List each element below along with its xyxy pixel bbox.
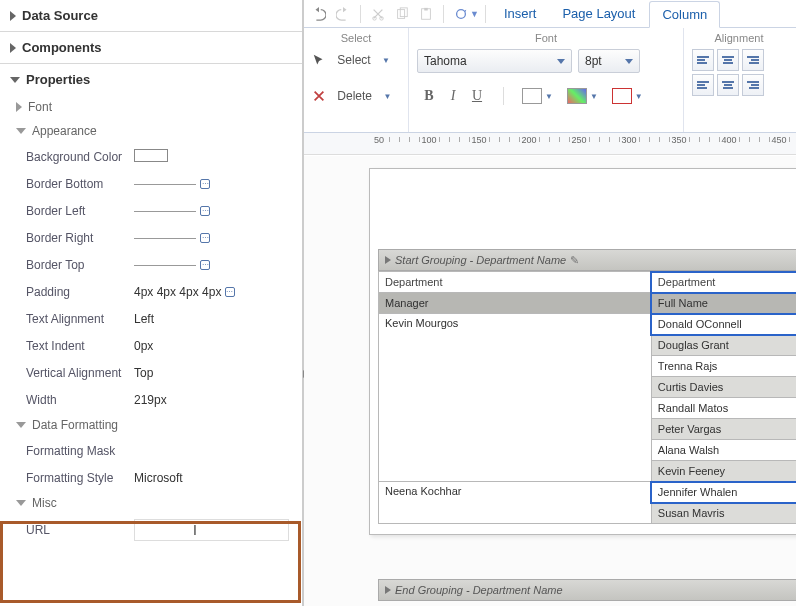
- redo-button[interactable]: [332, 3, 354, 25]
- prop-text-indent[interactable]: Text Indent0px: [0, 332, 302, 359]
- underline-button[interactable]: U: [469, 88, 485, 104]
- edit-icon[interactable]: ⋯: [225, 287, 235, 297]
- line-swatch: [134, 238, 196, 239]
- edit-icon[interactable]: ⋯: [200, 179, 210, 189]
- ribbon-group-title: Alignment: [692, 32, 786, 44]
- prop-text-alignment[interactable]: Text AlignmentLeft: [0, 305, 302, 332]
- header-cell[interactable]: Department: [379, 272, 652, 293]
- group-data-formatting[interactable]: Data Formatting: [0, 413, 302, 437]
- properties-panel: Data Source Components Properties Font A…: [0, 0, 303, 606]
- section-properties: Properties Font Appearance Background Co…: [0, 64, 302, 545]
- prop-width[interactable]: Width219px: [0, 386, 302, 413]
- prop-border-top[interactable]: Border Top⋯: [0, 251, 302, 278]
- section-properties-header[interactable]: Properties: [0, 64, 302, 95]
- chevron-down-icon: [16, 128, 26, 134]
- table-row[interactable]: Neena KochharJennifer WhalenH: [379, 482, 797, 503]
- prop-value-text: Left: [134, 312, 302, 326]
- align-mid-right[interactable]: [742, 74, 764, 96]
- prop-vertical-alignment[interactable]: Vertical AlignmentTop: [0, 359, 302, 386]
- end-group-bar[interactable]: End Grouping - Department Name: [378, 579, 796, 601]
- tab-insert[interactable]: Insert: [492, 1, 549, 26]
- fullname-cell[interactable]: Douglas Grant: [651, 335, 796, 356]
- fullname-cell[interactable]: Donald OConnell: [651, 314, 796, 335]
- group-label: Data Formatting: [32, 418, 118, 432]
- edit-icon[interactable]: ⋯: [200, 233, 210, 243]
- delete-button[interactable]: Delete ▼: [312, 85, 400, 107]
- group-bar-label: Start Grouping - Department Name: [395, 254, 566, 266]
- fullname-cell[interactable]: Susan Mavris: [651, 503, 796, 524]
- copy-button[interactable]: [391, 3, 413, 25]
- refresh-button[interactable]: [450, 3, 472, 25]
- dropdown-caret-icon[interactable]: ▼: [470, 9, 479, 19]
- triangle-icon: [385, 256, 391, 264]
- url-input[interactable]: I: [134, 519, 289, 541]
- text-cursor-icon: I: [193, 522, 197, 538]
- prop-formatting-mask[interactable]: Formatting Mask: [0, 437, 302, 464]
- fullname-cell[interactable]: Curtis Davies: [651, 377, 796, 398]
- canvas[interactable]: Start Grouping - Department Name ✎ Depar…: [304, 156, 796, 606]
- tab-page-layout[interactable]: Page Layout: [550, 1, 647, 26]
- fill-color-button[interactable]: ▼: [567, 88, 598, 104]
- border-color-button[interactable]: ▼: [612, 88, 643, 104]
- bold-button[interactable]: B: [421, 88, 437, 104]
- align-top-left[interactable]: [692, 49, 714, 71]
- section-components[interactable]: Components: [0, 32, 302, 64]
- group-misc[interactable]: Misc: [0, 491, 302, 515]
- manager-cell[interactable]: Kevin Mourgos: [379, 314, 652, 482]
- group-label: Appearance: [32, 124, 97, 138]
- header-cell[interactable]: Department: [651, 272, 796, 293]
- fullname-cell[interactable]: Jennifer Whalen: [651, 482, 796, 503]
- paste-button[interactable]: [415, 3, 437, 25]
- prop-padding[interactable]: Padding4px 4px 4px 4px ⋯: [0, 278, 302, 305]
- group-appearance[interactable]: Appearance: [0, 119, 302, 143]
- select-button[interactable]: Select ▼: [312, 49, 400, 71]
- section-data-source[interactable]: Data Source: [0, 0, 302, 32]
- report-table[interactable]: DepartmentDepartmentManagerFull NameKevi…: [378, 271, 796, 524]
- prop-value-text: 219px: [134, 393, 302, 407]
- prop-border-left[interactable]: Border Left⋯: [0, 197, 302, 224]
- font-size-select[interactable]: 8pt: [578, 49, 640, 73]
- pencil-icon[interactable]: ✎: [570, 254, 579, 267]
- ruler-label: 150: [471, 135, 486, 145]
- color-swatch[interactable]: [134, 149, 168, 162]
- undo-button[interactable]: [308, 3, 330, 25]
- fullname-cell[interactable]: Trenna Rajs: [651, 356, 796, 377]
- tab-column[interactable]: Column: [649, 1, 720, 28]
- fullname-cell[interactable]: Peter Vargas: [651, 419, 796, 440]
- ruler-label: 200: [521, 135, 536, 145]
- font-color-button[interactable]: ▼: [522, 88, 553, 104]
- prop-border-bottom[interactable]: Border Bottom⋯: [0, 170, 302, 197]
- chevron-right-icon: [16, 102, 22, 112]
- italic-button[interactable]: I: [445, 88, 461, 104]
- align-mid-left[interactable]: [692, 74, 714, 96]
- align-top-right[interactable]: [742, 49, 764, 71]
- header-cell[interactable]: Manager: [379, 293, 652, 314]
- prop-background-color[interactable]: Background Color: [0, 143, 302, 170]
- ruler-label: 250: [571, 135, 586, 145]
- group-font[interactable]: Font: [0, 95, 302, 119]
- fullname-cell[interactable]: Randall Matos: [651, 398, 796, 419]
- top-toolbar: ▼ Insert Page Layout Column: [304, 0, 796, 28]
- table-row[interactable]: Kevin MourgosDonald OConnellS: [379, 314, 797, 335]
- chevron-right-icon: [10, 11, 16, 21]
- align-top-center[interactable]: [717, 49, 739, 71]
- header-cell[interactable]: Full Name: [651, 293, 796, 314]
- fullname-cell[interactable]: Alana Walsh: [651, 440, 796, 461]
- report-page: Start Grouping - Department Name ✎ Depar…: [369, 168, 796, 535]
- start-group-bar[interactable]: Start Grouping - Department Name ✎: [378, 249, 796, 271]
- align-mid-center[interactable]: [717, 74, 739, 96]
- ruler-label: 450: [771, 135, 786, 145]
- cut-button[interactable]: [367, 3, 389, 25]
- manager-cell[interactable]: Neena Kochhar: [379, 482, 652, 524]
- line-swatch: [134, 265, 196, 266]
- prop-border-right[interactable]: Border Right⋯: [0, 224, 302, 251]
- font-family-select[interactable]: Tahoma: [417, 49, 572, 73]
- chevron-down-icon: [10, 77, 20, 83]
- edit-icon[interactable]: ⋯: [200, 260, 210, 270]
- fullname-cell[interactable]: Kevin Feeney: [651, 461, 796, 482]
- prop-formatting-style[interactable]: Formatting StyleMicrosoft: [0, 464, 302, 491]
- prop-value-text: 4px 4px 4px 4px: [134, 285, 221, 299]
- svg-point-6: [457, 9, 466, 18]
- edit-icon[interactable]: ⋯: [200, 206, 210, 216]
- ribbon-group-select: Select Select ▼ Delete ▼: [304, 28, 409, 132]
